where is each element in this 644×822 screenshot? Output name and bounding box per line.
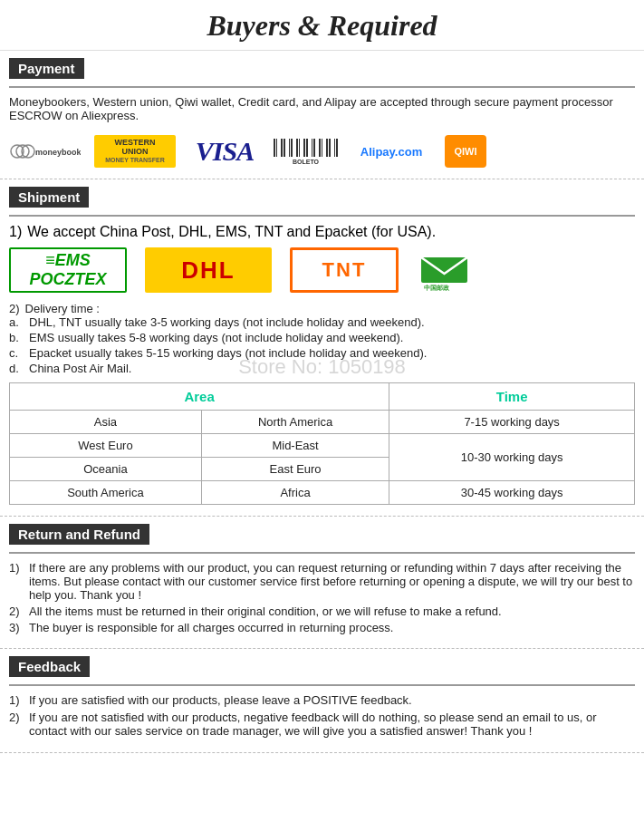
delivery-item-b: b. EMS usually takes 5-8 working days (n… <box>9 331 635 344</box>
visa-logo: VISA <box>188 135 261 168</box>
rr-num-1: 1) <box>9 561 24 602</box>
delivery-letter-d: d. <box>9 362 24 375</box>
shipment-title: Shipment <box>9 187 89 208</box>
return-refund-list: 1) If there are any problems with our pr… <box>9 561 635 634</box>
payment-logos-row: moneybookers WESTERN UNION MONEY TRANSFE… <box>9 131 635 168</box>
western-union-logo: WESTERN UNION MONEY TRANSFER <box>94 135 176 168</box>
dhl-logo: DHL <box>145 247 272 293</box>
ems-logo: ≡EMS POCZTEX <box>9 247 127 293</box>
moneybookers-logo: moneybookers <box>9 135 82 168</box>
table-row: Asia North America 7-15 working days <box>10 411 635 434</box>
feedback-item-2: 2) If you are not satisfied with our pro… <box>9 711 635 738</box>
feedback-text-1: If you are satisfied with our products, … <box>29 693 412 707</box>
delivery-info: 2) Delivery time : a. DHL, TNT usually t… <box>9 302 635 375</box>
table-cell: West Euro <box>10 434 202 458</box>
table-header-time: Time <box>389 383 635 411</box>
feedback-rule <box>9 684 635 686</box>
delivery-item-a: a. DHL, TNT usually take 3-5 working day… <box>9 315 635 329</box>
rr-text-1: If there are any problems with our produ… <box>29 561 635 602</box>
tnt-logo: TNT <box>290 247 399 293</box>
shipping-table: Area Time Asia North America 7-15 workin… <box>9 382 635 505</box>
table-cell: Africa <box>201 481 389 505</box>
chinapost-logo: 中国邮政 <box>417 247 471 293</box>
delivery-letter-a: a. <box>9 315 24 329</box>
feedback-item-1: 1) If you are satisfied with our product… <box>9 693 635 707</box>
qiwi-logo: QIWI <box>445 135 486 168</box>
table-row: South America Africa 30-45 working days <box>10 481 635 505</box>
feedback-num-2: 2) <box>9 711 24 738</box>
rr-num-3: 3) <box>9 621 24 634</box>
shipment-logos-row: ≡EMS POCZTEX DHL TNT 中国邮政 <box>9 247 635 293</box>
return-refund-section: Return and Refund 1) If there are any pr… <box>0 517 644 649</box>
feedback-text-2: If you are not satisfied with our produc… <box>29 711 635 738</box>
table-cell: North America <box>201 411 389 434</box>
rr-text-2: All the items must be returned in their … <box>29 604 502 618</box>
table-cell: East Euro <box>201 458 389 481</box>
table-cell: Asia <box>10 411 202 434</box>
feedback-list: 1) If you are satisfied with our product… <box>9 693 635 738</box>
rr-item-2: 2) All the items must be returned in the… <box>9 604 635 618</box>
table-cell: 10-30 working days <box>389 434 635 481</box>
page: Buyers & Required Payment Moneybookers, … <box>0 0 644 822</box>
shipment-section: Shipment 1) We accept China Post, DHL, E… <box>0 179 644 517</box>
payment-section: Payment Moneybookers, Western union, Qiw… <box>0 51 644 179</box>
page-header: Buyers & Required <box>0 0 644 51</box>
feedback-num-1: 1) <box>9 693 24 707</box>
shipment-item1-row: 1) We accept China Post, DHL, EMS, TNT a… <box>9 224 635 240</box>
delivery-num: 2) <box>9 302 20 315</box>
shipment-num1: 1) <box>9 224 22 240</box>
rr-item-1: 1) If there are any problems with our pr… <box>9 561 635 602</box>
feedback-title: Feedback <box>9 656 90 677</box>
shipment-rule <box>9 215 635 217</box>
table-header-area: Area <box>10 383 389 411</box>
payment-description: Moneybookers, Western union, Qiwi wallet… <box>9 95 635 122</box>
payment-rule <box>9 86 635 88</box>
table-row: West Euro Mid-East 10-30 working days <box>10 434 635 458</box>
shipment-item1-text: We accept China Post, DHL, EMS, TNT and … <box>27 224 436 240</box>
delivery-label: Delivery time : <box>25 302 100 315</box>
table-cell: 30-45 working days <box>389 481 635 505</box>
delivery-text-c: Epacket usually takes 5-15 working days … <box>29 346 427 360</box>
svg-text:moneybookers: moneybookers <box>35 148 81 157</box>
delivery-text-a: DHL, TNT usually take 3-5 working days (… <box>29 315 425 329</box>
delivery-item-d: d. China Post Air Mail. <box>9 362 635 375</box>
boleto-logo: BOLETO <box>274 139 338 165</box>
delivery-letter-b: b. <box>9 331 24 344</box>
delivery-text-b: EMS usually takes 5-8 working days (not … <box>29 331 403 344</box>
payment-title: Payment <box>9 58 84 79</box>
alipay-logo: Alipay.com <box>351 135 432 168</box>
table-cell: South America <box>10 481 202 505</box>
rr-text-3: The buyer is responsible for all charges… <box>29 621 393 634</box>
page-title: Buyers & Required <box>0 9 644 43</box>
svg-text:中国邮政: 中国邮政 <box>424 284 450 292</box>
return-refund-rule <box>9 552 635 554</box>
table-cell: Oceania <box>10 458 202 481</box>
table-cell: 7-15 working days <box>389 411 635 434</box>
delivery-num2-row: 2) Delivery time : <box>9 302 635 315</box>
delivery-text-d: China Post Air Mail. <box>29 362 131 375</box>
table-cell: Mid-East <box>201 434 389 458</box>
rr-num-2: 2) <box>9 604 24 618</box>
feedback-section: Feedback 1) If you are satisfied with ou… <box>0 649 644 753</box>
delivery-item-c: c. Epacket usually takes 5-15 working da… <box>9 346 635 360</box>
rr-item-3: 3) The buyer is responsible for all char… <box>9 621 635 634</box>
delivery-letter-c: c. <box>9 346 24 360</box>
return-refund-title: Return and Refund <box>9 524 149 545</box>
